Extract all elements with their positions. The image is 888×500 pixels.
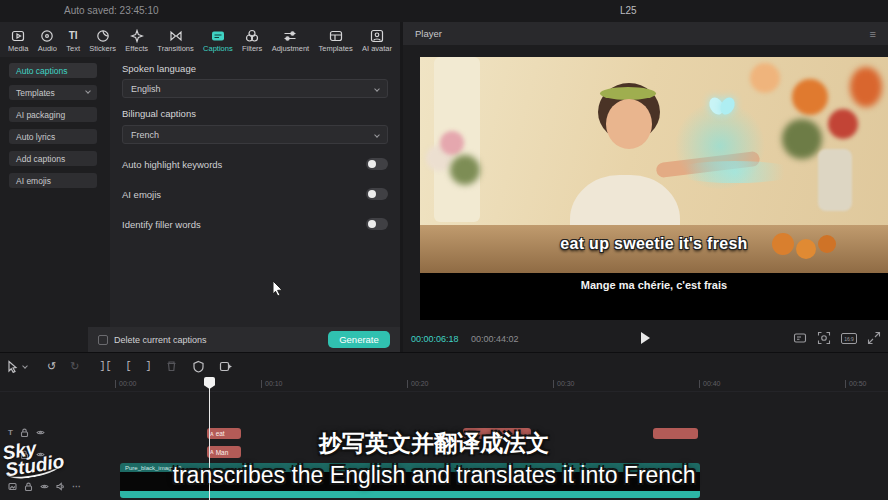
tab-captions[interactable]: Captions <box>201 24 235 57</box>
media-toolbar: Media Audio TI Text Stickers Effects Tra… <box>2 24 398 57</box>
chevron-down-icon <box>374 86 380 92</box>
sidebar-item-add-captions[interactable]: Add captions <box>9 151 97 166</box>
timeline-toolbar: ↺ ↻ ][ [ ] <box>6 356 886 376</box>
tab-media[interactable]: Media <box>6 24 30 57</box>
split-icon[interactable]: ][ <box>99 358 111 374</box>
spoken-language-label: Spoken language <box>122 63 196 74</box>
tab-label: Captions <box>203 44 233 53</box>
effects-icon <box>130 29 144 43</box>
tab-stickers[interactable]: Stickers <box>87 24 118 57</box>
filler-words-row: Identify filler words <box>122 218 388 230</box>
adjustment-icon <box>283 29 297 43</box>
tab-templates[interactable]: Templates <box>317 24 355 57</box>
ai-emojis-toggle[interactable] <box>366 188 388 200</box>
tab-transitions[interactable]: Transitions <box>155 24 195 57</box>
tab-text[interactable]: TI Text <box>64 24 82 57</box>
flower-peach <box>750 63 780 93</box>
transitions-icon <box>169 29 183 43</box>
chevron-down-icon <box>22 363 28 369</box>
text-icon: TI <box>69 29 78 43</box>
flower-pink <box>440 131 464 155</box>
aspect-ratio-icon[interactable]: 16:9 <box>841 333 857 344</box>
woman-face <box>606 99 652 149</box>
tab-label: Text <box>66 44 80 53</box>
mask-icon[interactable] <box>192 358 205 374</box>
checkbox-icon <box>98 335 108 345</box>
sidebar-item-ai-emojis[interactable]: AI emojis <box>9 173 97 188</box>
chevron-down-icon <box>374 132 380 138</box>
player-title: Player <box>415 28 442 39</box>
video-frame: eat up sweetie it's fresh <box>420 57 888 273</box>
audio-icon <box>40 29 54 43</box>
leaves <box>450 155 480 185</box>
mouse-cursor-icon <box>271 280 285 298</box>
tutorial-subtitle-chinese: 抄写英文并翻译成法文 <box>0 428 868 459</box>
sidebar-item-templates[interactable]: Templates <box>9 85 97 100</box>
tab-label: Stickers <box>89 44 116 53</box>
tab-effects[interactable]: Effects <box>123 24 150 57</box>
filler-words-toggle[interactable] <box>366 218 388 230</box>
generate-button[interactable]: Generate <box>328 331 390 348</box>
tab-label: Transitions <box>157 44 193 53</box>
tab-filters[interactable]: Filters <box>240 24 264 57</box>
bilingual-captions-select[interactable]: French <box>122 125 388 144</box>
captions-sidebar: Auto captions Templates AI packaging Aut… <box>0 57 110 352</box>
undo-icon[interactable]: ↺ <box>47 358 56 374</box>
total-timecode: 00:00:44:02 <box>471 334 519 344</box>
flower-orange-2 <box>850 67 882 107</box>
redo-icon[interactable]: ↻ <box>70 358 79 374</box>
filters-icon <box>245 29 259 43</box>
video-clip-audio-strip <box>120 491 700 498</box>
marker-icon[interactable] <box>219 358 232 374</box>
play-button[interactable] <box>641 332 650 344</box>
tutorial-subtitle-english: transcribes the English and translates i… <box>0 462 868 489</box>
leaves-2 <box>782 119 822 159</box>
player-controls: 00:00:06:18 00:00:44:02 16:9 <box>403 325 888 352</box>
fullscreen-icon[interactable] <box>867 331 881 345</box>
flower-orange <box>792 79 828 115</box>
flower-red <box>828 109 858 139</box>
player-header: Player ≡ <box>403 22 888 45</box>
captions-icon <box>211 29 225 43</box>
trim-right-icon[interactable]: ] <box>145 358 151 374</box>
tab-ai-avatar[interactable]: AI avatar <box>360 24 394 57</box>
ai-emojis-row: AI emojis <box>122 188 388 200</box>
templates-icon <box>329 29 343 43</box>
tab-label: Effects <box>125 44 148 53</box>
tab-label: Templates <box>319 44 353 53</box>
tab-label: Filters <box>242 44 262 53</box>
capcut-window: Auto saved: 23:45:10 L25 Media Audio TI … <box>0 0 888 500</box>
timeline-ruler[interactable]: 00:00 00:10 00:20 00:30 00:40 00:50 <box>0 378 888 392</box>
autosave-status: Auto saved: 23:45:10 <box>64 5 159 16</box>
trim-left-icon[interactable]: [ <box>125 358 131 374</box>
video-caption-french: Mange ma chérie, c'est frais <box>420 279 888 291</box>
project-name: L25 <box>620 5 637 16</box>
magic-streak <box>670 161 800 183</box>
captions-footer: Delete current captions Generate <box>88 327 400 352</box>
delete-captions-checkbox[interactable]: Delete current captions <box>98 335 207 345</box>
tab-label: AI avatar <box>362 44 392 53</box>
auto-captions-panel: Spoken language English Bilingual captio… <box>110 57 400 327</box>
tab-label: Adjustment <box>272 44 310 53</box>
preview-focus-icon[interactable] <box>817 331 831 345</box>
tab-audio[interactable]: Audio <box>36 24 59 57</box>
tab-label: Media <box>8 44 28 53</box>
ai-avatar-icon <box>370 29 384 43</box>
auto-highlight-toggle[interactable] <box>366 158 388 170</box>
spoken-language-select[interactable]: English <box>122 79 388 98</box>
sidebar-item-auto-lyrics[interactable]: Auto lyrics <box>9 129 97 144</box>
delete-icon[interactable] <box>165 358 178 374</box>
auto-highlight-row: Auto highlight keywords <box>122 158 388 170</box>
bilingual-captions-label: Bilingual captions <box>122 108 196 119</box>
media-icon <box>11 29 25 43</box>
tab-label: Audio <box>38 44 57 53</box>
tab-adjustment[interactable]: Adjustment <box>270 24 312 57</box>
full-quality-icon[interactable] <box>793 331 807 345</box>
video-canvas[interactable]: eat up sweetie it's fresh Mange ma chéri… <box>420 57 888 320</box>
pointer-icon[interactable] <box>6 358 27 374</box>
sidebar-item-ai-packaging[interactable]: AI packaging <box>9 107 97 122</box>
player-menu-icon[interactable]: ≡ <box>870 28 876 40</box>
video-caption-english: eat up sweetie it's fresh <box>420 235 888 253</box>
sidebar-item-auto-captions[interactable]: Auto captions <box>9 63 97 78</box>
current-timecode: 00:00:06:18 <box>411 334 459 344</box>
